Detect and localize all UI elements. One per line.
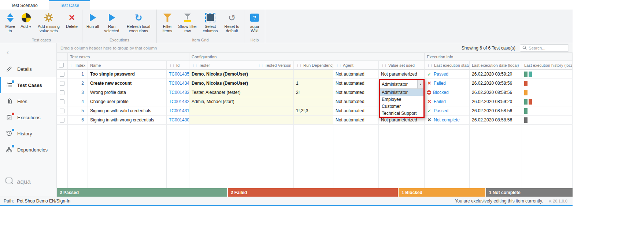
- id-link[interactable]: TC001433: [167, 88, 189, 97]
- delete-button[interactable]: × Delete: [63, 11, 80, 29]
- column-header-last-execution-date[interactable]: Last execution date (local): [470, 61, 522, 70]
- cell-agent: Not automated: [333, 88, 379, 97]
- id-link[interactable]: TC001435: [167, 70, 189, 79]
- dropdown-option[interactable]: Customer: [380, 103, 423, 110]
- cell-execution-status[interactable]: Passed: [425, 70, 470, 79]
- row-checkbox[interactable]: [57, 88, 68, 97]
- history-bars[interactable]: [522, 79, 573, 88]
- column-header-tested-version[interactable]: ⋮⋮Tested Version: [255, 61, 294, 70]
- cell-execution-status[interactable]: Passed: [425, 106, 470, 116]
- cell-run-dependency[interactable]: [294, 97, 333, 106]
- column-header-value-set-used[interactable]: ⋮⋮Value set used: [379, 61, 425, 70]
- history-bars[interactable]: [522, 106, 573, 116]
- run-all-button[interactable]: Run all: [84, 11, 101, 29]
- column-header-tester[interactable]: ⋮⋮Tester: [189, 61, 255, 70]
- cell-value-set[interactable]: Not parameterized: [379, 70, 425, 79]
- column-header-name[interactable]: Name: [88, 61, 167, 70]
- refresh-local-executions-button[interactable]: ↻ Refresh local executions: [122, 11, 155, 34]
- column-header-agent[interactable]: ⋮⋮Agent: [333, 61, 379, 70]
- search-input[interactable]: [529, 46, 566, 50]
- test-case-grid: Test cases Configuration Execution info …: [57, 53, 573, 188]
- dropdown-option[interactable]: Administrator: [380, 89, 423, 96]
- cell-tester[interactable]: Demo, Nicolas (DemoUser): [189, 70, 255, 79]
- column-header-index[interactable]: ↑Index: [68, 61, 88, 70]
- cell-name[interactable]: Signing in with valid credentials: [88, 106, 167, 116]
- row-checkbox[interactable]: [57, 70, 68, 79]
- group-by-bar[interactable]: Drag a column header here to group by th…: [57, 43, 573, 53]
- cell-run-dependency[interactable]: 2!: [294, 88, 333, 97]
- cell-execution-status[interactable]: Not complete: [425, 116, 470, 125]
- cell-tested-version[interactable]: [255, 106, 294, 116]
- show-filter-row-button[interactable]: Show filter row: [176, 11, 199, 34]
- row-checkbox[interactable]: [57, 79, 68, 88]
- sidebar-item-dependencies[interactable]: Dependencies: [0, 142, 56, 158]
- value-set-combobox[interactable]: Administrator ▼: [380, 80, 423, 89]
- history-bars[interactable]: [522, 116, 573, 125]
- cell-name[interactable]: Wrong profile data: [88, 88, 167, 97]
- sidebar-item-executions[interactable]: Executions: [0, 109, 56, 125]
- cell-tested-version[interactable]: [255, 70, 294, 79]
- tab-test-scenario[interactable]: Test Scenario: [0, 0, 49, 10]
- tab-test-case[interactable]: Test Case: [49, 0, 90, 10]
- cell-tester[interactable]: [189, 106, 255, 116]
- select-columns-button[interactable]: Select columns: [199, 11, 222, 34]
- column-header-last-execution-status[interactable]: ⋮⋮Last execution statu...: [425, 61, 470, 70]
- cell-name[interactable]: Change user profile: [88, 97, 167, 106]
- id-link[interactable]: TC001431: [167, 106, 189, 116]
- history-bars[interactable]: [522, 97, 573, 106]
- id-link[interactable]: TC001430: [167, 116, 189, 125]
- question-mark-icon: ?: [250, 12, 259, 23]
- cell-name[interactable]: Too simple password: [88, 70, 167, 79]
- id-link[interactable]: TC001434: [167, 79, 189, 88]
- cell-tester[interactable]: [189, 116, 255, 125]
- cell-tested-version[interactable]: [255, 79, 294, 88]
- cell-name[interactable]: Create new account: [88, 79, 167, 88]
- dropdown-option[interactable]: Technical Support: [380, 110, 423, 117]
- cell-tested-version[interactable]: [255, 116, 294, 125]
- select-all-checkbox[interactable]: [57, 61, 68, 70]
- row-checkbox[interactable]: [57, 106, 68, 116]
- search-box[interactable]: [520, 44, 569, 52]
- add-button[interactable]: Add▼: [18, 11, 34, 30]
- history-bars[interactable]: [522, 88, 573, 97]
- cell-run-dependency[interactable]: [294, 116, 333, 125]
- id-link[interactable]: TC001432: [167, 97, 189, 106]
- sidebar-item-test-cases[interactable]: Test Cases: [0, 77, 56, 93]
- run-selected-button[interactable]: Run selected: [101, 11, 122, 34]
- row-checkbox[interactable]: [57, 116, 68, 125]
- history-bars[interactable]: [522, 70, 573, 79]
- cell-tested-version[interactable]: [255, 88, 294, 97]
- cell-tested-version[interactable]: [255, 97, 294, 106]
- ribbon-group-help: ? aqua Wiki Help: [244, 10, 265, 43]
- chevron-down-icon[interactable]: ▼: [417, 80, 423, 88]
- reset-to-default-button[interactable]: ↺ Reset to default: [222, 11, 242, 34]
- add-missing-value-sets-button[interactable]: Add missing value sets: [34, 11, 63, 34]
- ribbon-tab-bar: Test Scenario Test Case: [0, 0, 573, 10]
- drag-hint-text: Drag a column header here to group by th…: [60, 46, 157, 50]
- aqua-logo-glyph: [5, 177, 14, 186]
- aqua-wiki-button[interactable]: ? aqua Wiki: [246, 11, 263, 34]
- sidebar-collapse-chevron[interactable]: ‹: [0, 43, 56, 61]
- cell-execution-status[interactable]: Blocked: [425, 88, 470, 97]
- filter-items-button[interactable]: Filter items: [159, 11, 176, 34]
- cell-tester[interactable]: Demo, Nicolas (DemoUser): [189, 79, 255, 88]
- cell-execution-status[interactable]: Failed: [425, 97, 470, 106]
- sidebar-item-details[interactable]: Details: [0, 61, 56, 77]
- cell-execution-status[interactable]: Failed: [425, 79, 470, 88]
- column-header-last-execution-history[interactable]: Last execution history (local): [522, 61, 573, 70]
- column-header-run-dependency[interactable]: ⋮⋮Run Dependency?: [294, 61, 333, 70]
- sidebar-item-history[interactable]: History: [0, 125, 56, 142]
- ribbon-group-executions: Run all Run selected ↻ Refresh local exe…: [82, 10, 157, 43]
- column-header-id[interactable]: ⋮⋮Id: [167, 61, 189, 70]
- sidebar-item-files[interactable]: Files: [0, 93, 56, 109]
- move-to-button[interactable]: Move to: [3, 11, 18, 34]
- cell-tester[interactable]: Tester, Alexander (tester): [189, 88, 255, 97]
- cell-run-dependency[interactable]: 1: [294, 79, 333, 88]
- cell-tester[interactable]: Admin, Michael (start): [189, 97, 255, 106]
- cell-run-dependency[interactable]: [294, 70, 333, 79]
- row-checkbox[interactable]: [57, 97, 68, 106]
- cell-run-dependency[interactable]: 1!,2!,3: [294, 106, 333, 116]
- cell-name[interactable]: Signing in with wrong credentials: [88, 116, 167, 125]
- dropdown-option[interactable]: Employee: [380, 96, 423, 103]
- drag-handle-icon: ⋮⋮: [296, 63, 302, 67]
